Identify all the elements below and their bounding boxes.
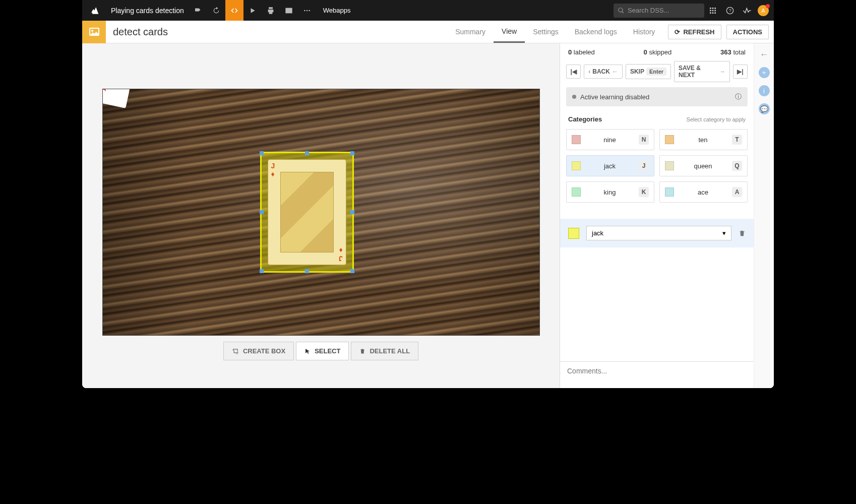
swatch-icon [572, 135, 581, 144]
resize-handle[interactable] [260, 151, 264, 155]
more-icon[interactable] [298, 0, 316, 21]
svg-text:?: ? [728, 8, 731, 13]
resize-handle[interactable] [260, 269, 264, 273]
category-label: king [586, 188, 634, 196]
page-title: detect cards [106, 26, 175, 38]
category-shortcut: Q [732, 161, 742, 171]
delete-all-button[interactable]: DELETE ALL [351, 342, 418, 360]
code-icon[interactable] [225, 0, 243, 21]
select-label: SELECT [315, 347, 340, 355]
search-icon [618, 7, 625, 14]
resize-handle[interactable] [350, 210, 354, 214]
project-name[interactable]: Playing cards detection [106, 7, 189, 15]
svg-rect-9 [712, 10, 714, 11]
resize-handle[interactable] [305, 269, 309, 273]
category-label: ace [679, 188, 727, 196]
create-box-button[interactable]: CREATE BOX [223, 342, 294, 360]
swatch-icon [665, 135, 674, 144]
search-input[interactable]: Search DSS... [614, 4, 704, 18]
tab-summary[interactable]: Summary [447, 21, 494, 43]
webapp-icon [82, 21, 106, 43]
skipped-stat: 0 skipped [644, 48, 672, 56]
tab-backend-logs[interactable]: Backend logs [567, 21, 625, 43]
delete-annotation-button[interactable] [739, 229, 746, 237]
rail-add-button[interactable]: ＋ [759, 67, 770, 78]
category-shortcut: J [639, 161, 649, 171]
category-nine[interactable]: nineN [566, 129, 654, 150]
refresh-button[interactable]: ⟳ REFRESH [668, 25, 721, 39]
refresh-label: REFRESH [683, 28, 714, 36]
menu-webapps[interactable]: Webapps [316, 7, 358, 14]
active-learning-banner: Active learning disabled ⓘ [566, 87, 748, 106]
resize-handle[interactable] [260, 210, 264, 214]
create-box-label: CREATE BOX [243, 347, 285, 355]
svg-rect-12 [712, 12, 714, 14]
category-ace[interactable]: aceA [659, 181, 748, 203]
refresh-icon[interactable] [207, 0, 225, 21]
first-button[interactable]: |◀ [566, 65, 581, 79]
collapse-button[interactable]: ← [760, 49, 769, 60]
rail-info-button[interactable]: i [759, 85, 770, 96]
svg-point-17 [91, 30, 93, 32]
back-button[interactable]: ‹BACK← [584, 65, 623, 79]
resize-handle[interactable] [350, 151, 354, 155]
categories-title: Categories [568, 115, 602, 123]
activity-icon[interactable] [739, 6, 756, 15]
flow-icon[interactable] [189, 0, 207, 21]
categories-hint: Select category to apply [687, 116, 746, 122]
actions-button[interactable]: ACTIONS [726, 25, 769, 39]
tab-view[interactable]: View [494, 21, 525, 43]
apps-icon[interactable] [704, 7, 721, 15]
tab-history[interactable]: History [625, 21, 663, 43]
image-canvas[interactable]: J♦ J♦ [102, 89, 540, 336]
svg-point-4 [309, 10, 310, 11]
applied-swatch [568, 228, 579, 239]
category-label: ten [679, 136, 727, 144]
total-stat: 363 total [720, 48, 746, 56]
comments-textarea[interactable] [560, 361, 754, 388]
swatch-icon [572, 187, 581, 197]
delete-all-label: DELETE ALL [370, 347, 410, 355]
applied-label: jack [592, 229, 603, 237]
resize-handle[interactable] [305, 151, 309, 155]
save-next-button[interactable]: SAVE & NEXT→ [674, 61, 730, 82]
svg-rect-1 [287, 10, 291, 12]
svg-rect-8 [710, 10, 711, 11]
resize-handle[interactable] [350, 269, 354, 273]
category-jack[interactable]: jackJ [566, 155, 654, 176]
enter-key-hint: Enter [646, 68, 666, 76]
category-shortcut: K [639, 187, 649, 197]
category-queen[interactable]: queenQ [659, 155, 748, 176]
skip-button[interactable]: SKIPEnter [626, 64, 671, 79]
refresh-icon: ⟳ [675, 28, 680, 36]
applied-category-select[interactable]: jack ▾ [586, 226, 731, 240]
svg-rect-11 [710, 12, 711, 14]
last-button[interactable]: ▶| [733, 65, 748, 79]
category-shortcut: A [732, 187, 742, 197]
panel-icon[interactable] [280, 0, 298, 21]
info-icon[interactable]: ⓘ [735, 92, 742, 101]
bounding-box[interactable]: J♦ J♦ [260, 152, 354, 273]
avatar[interactable]: A [758, 5, 769, 16]
category-king[interactable]: kingK [566, 181, 654, 203]
swatch-icon [572, 161, 581, 170]
rail-chat-button[interactable]: 💬 [759, 103, 770, 114]
brand-icon[interactable] [82, 0, 106, 21]
category-label: nine [586, 136, 634, 144]
search-placeholder: Search DSS... [628, 7, 669, 14]
labeled-stat: 0 labeled [568, 48, 595, 56]
print-icon[interactable] [262, 0, 280, 21]
card-face: J♦ J♦ [268, 159, 346, 265]
category-ten[interactable]: tenT [659, 129, 748, 150]
swatch-icon [665, 187, 674, 197]
status-dot-icon [572, 95, 576, 99]
help-icon[interactable]: ? [721, 7, 739, 15]
tab-settings[interactable]: Settings [525, 21, 567, 43]
play-icon[interactable] [243, 0, 262, 21]
svg-rect-5 [710, 8, 711, 9]
category-label: queen [679, 162, 727, 170]
category-label: jack [586, 162, 634, 170]
applied-annotation-row: jack ▾ [560, 219, 754, 247]
select-button[interactable]: SELECT [296, 342, 349, 360]
swatch-icon [665, 161, 674, 170]
